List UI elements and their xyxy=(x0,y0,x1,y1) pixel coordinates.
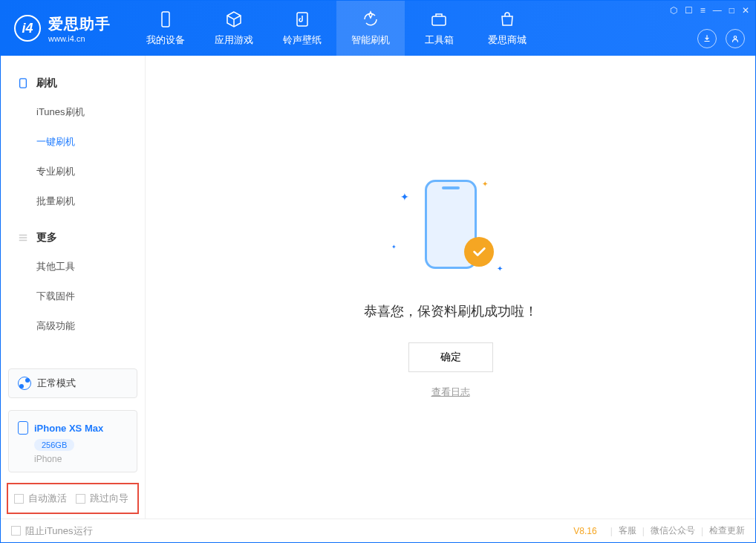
success-text: 恭喜您，保资料刷机成功啦！ xyxy=(364,302,538,320)
bag-icon xyxy=(498,10,517,29)
ok-button[interactable]: 确定 xyxy=(408,342,493,372)
success-content: ✦ ✦ ✦ ✦ 恭喜您，保资料刷机成功啦！ 确定 查看日志 xyxy=(364,176,538,399)
sidebar: 刷机 iTunes刷机 一键刷机 专业刷机 批量刷机 更多 其他工具 下载固件 … xyxy=(1,56,146,518)
phone-icon xyxy=(17,77,29,89)
sidebar-item-pro[interactable]: 专业刷机 xyxy=(1,157,145,186)
body: 刷机 iTunes刷机 一键刷机 专业刷机 批量刷机 更多 其他工具 下载固件 … xyxy=(1,56,755,518)
nav-tab-apps[interactable]: 应用游戏 xyxy=(200,1,268,56)
device-storage: 256GB xyxy=(34,439,74,451)
view-log-link[interactable]: 查看日志 xyxy=(431,386,470,399)
footer-link-update[interactable]: 检查更新 xyxy=(709,524,745,537)
minimize-icon[interactable]: — xyxy=(713,5,722,16)
app-subtitle: www.i4.cn xyxy=(48,34,111,43)
main-content: ✦ ✦ ✦ ✦ 恭喜您，保资料刷机成功啦！ 确定 查看日志 xyxy=(146,56,755,518)
nav-tab-ringtone[interactable]: 铃声壁纸 xyxy=(268,1,336,56)
sparkle-icon: ✦ xyxy=(482,180,488,188)
footer-link-wechat[interactable]: 微信公众号 xyxy=(651,524,695,537)
download-icon[interactable] xyxy=(697,29,717,48)
section-title: 更多 xyxy=(36,231,57,244)
sparkle-icon: ✦ xyxy=(391,244,397,250)
checkbox-label: 阻止iTunes运行 xyxy=(25,524,93,538)
checkbox-label: 跳过向导 xyxy=(90,492,128,505)
device-name: iPhone XS Max xyxy=(34,423,103,434)
device-name-row: iPhone XS Max xyxy=(18,421,128,435)
header: i4 爱思助手 www.i4.cn 我的设备 应用游戏 铃声壁纸 智能刷机 xyxy=(1,1,755,56)
side-nav: 刷机 iTunes刷机 一键刷机 专业刷机 批量刷机 更多 其他工具 下载固件 … xyxy=(1,56,145,362)
mode-row: 正常模式 xyxy=(18,377,128,390)
window-controls: ⬡ ☐ ≡ — □ ✕ xyxy=(670,5,749,16)
side-section-more: 更多 其他工具 下载固件 高级功能 xyxy=(1,224,145,341)
device-type: iPhone xyxy=(34,454,128,464)
mode-label: 正常模式 xyxy=(37,377,76,390)
side-section-header: 刷机 xyxy=(1,69,145,97)
sidebar-item-oneclick[interactable]: 一键刷机 xyxy=(1,127,145,157)
nav-tabs: 我的设备 应用游戏 铃声壁纸 智能刷机 工具箱 爱思商城 xyxy=(131,1,541,56)
close-icon[interactable]: ✕ xyxy=(742,5,749,16)
footer: 阻止iTunes运行 V8.16 | 客服 | 微信公众号 | 检查更新 xyxy=(1,518,755,542)
sidebar-item-firmware[interactable]: 下载固件 xyxy=(1,282,145,311)
sparkle-icon: ✦ xyxy=(497,264,503,273)
menu-lines-icon xyxy=(17,232,29,244)
checkbox-block-itunes[interactable]: 阻止iTunes运行 xyxy=(11,524,93,538)
nav-tab-label: 爱思商城 xyxy=(488,33,527,47)
checkbox-auto-activate[interactable]: 自动激活 xyxy=(14,492,67,505)
check-badge-icon xyxy=(464,237,494,267)
svg-rect-4 xyxy=(20,79,27,88)
sparkle-icon: ✦ xyxy=(400,191,409,203)
phone-outline-icon xyxy=(18,421,28,435)
nav-tab-toolbox[interactable]: 工具箱 xyxy=(405,1,473,56)
footer-left: 阻止iTunes运行 xyxy=(11,524,93,538)
version-label: V8.16 xyxy=(573,526,596,536)
checkbox-icon xyxy=(14,494,24,504)
nav-tab-label: 我的设备 xyxy=(146,33,185,47)
checkbox-label: 自动激活 xyxy=(28,492,67,505)
nav-tab-label: 铃声壁纸 xyxy=(283,33,322,47)
device-box[interactable]: iPhone XS Max 256GB iPhone xyxy=(8,410,137,472)
app-title: 爱思助手 xyxy=(48,14,111,34)
option-checkbox-row: 自动激活 跳过向导 xyxy=(7,483,139,514)
nav-tab-label: 工具箱 xyxy=(425,33,454,47)
svg-point-3 xyxy=(734,36,737,39)
footer-link-support[interactable]: 客服 xyxy=(619,524,636,537)
nav-tab-label: 智能刷机 xyxy=(351,33,390,47)
nav-tab-flash[interactable]: 智能刷机 xyxy=(336,1,405,56)
svg-rect-2 xyxy=(432,16,446,25)
logo-area: i4 爱思助手 www.i4.cn xyxy=(1,14,124,43)
menu-icon[interactable]: ≡ xyxy=(700,5,706,16)
success-illustration: ✦ ✦ ✦ ✦ xyxy=(399,176,503,280)
user-icon[interactable] xyxy=(726,29,745,48)
section-title: 刷机 xyxy=(36,77,57,90)
checkbox-skip-guide[interactable]: 跳过向导 xyxy=(76,492,128,505)
nav-tab-store[interactable]: 爱思商城 xyxy=(473,1,541,56)
logo-text: 爱思助手 www.i4.cn xyxy=(48,14,111,43)
nav-tab-device[interactable]: 我的设备 xyxy=(131,1,200,56)
sidebar-item-advanced[interactable]: 高级功能 xyxy=(1,311,145,341)
music-icon xyxy=(293,10,312,29)
toolbox-icon xyxy=(429,10,449,29)
maximize-icon[interactable]: □ xyxy=(729,5,734,16)
sidebar-item-batch[interactable]: 批量刷机 xyxy=(1,186,145,216)
mode-box[interactable]: 正常模式 xyxy=(8,368,137,398)
app-window: i4 爱思助手 www.i4.cn 我的设备 应用游戏 铃声壁纸 智能刷机 xyxy=(0,0,756,543)
cube-icon xyxy=(224,10,244,29)
skin-icon[interactable]: ⬡ xyxy=(670,5,677,16)
device-icon xyxy=(156,10,175,29)
side-section-header: 更多 xyxy=(1,224,145,252)
checkbox-icon xyxy=(76,494,85,504)
checkbox-icon xyxy=(11,526,21,536)
svg-rect-0 xyxy=(162,12,169,27)
feedback-icon[interactable]: ☐ xyxy=(685,5,693,16)
side-section-flash: 刷机 iTunes刷机 一键刷机 专业刷机 批量刷机 xyxy=(1,69,145,216)
refresh-icon xyxy=(361,10,380,29)
mode-icon xyxy=(18,377,31,390)
footer-right: V8.16 | 客服 | 微信公众号 | 检查更新 xyxy=(573,524,745,537)
logo-icon: i4 xyxy=(14,15,41,42)
sidebar-item-othertools[interactable]: 其他工具 xyxy=(1,252,145,282)
nav-tab-label: 应用游戏 xyxy=(215,33,253,47)
sidebar-item-itunes[interactable]: iTunes刷机 xyxy=(1,97,145,127)
header-actions xyxy=(697,29,745,48)
